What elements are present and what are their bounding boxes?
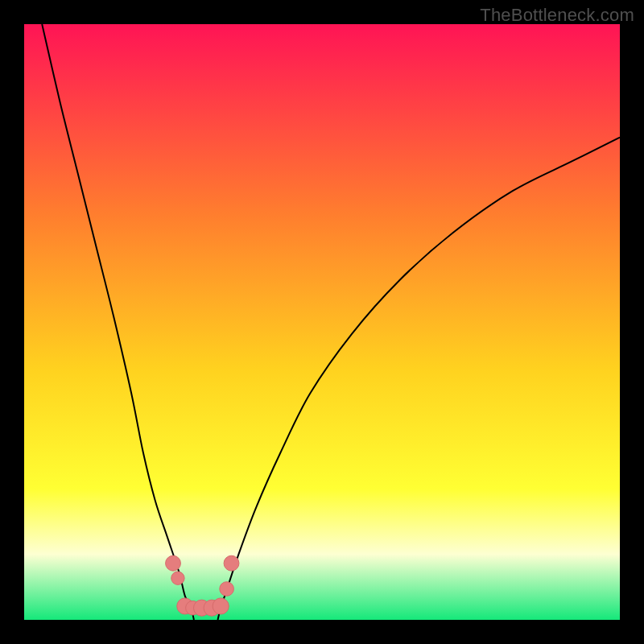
right-curve	[218, 138, 621, 620]
chart-overlay	[24, 24, 620, 620]
data-marker	[220, 582, 234, 597]
data-marker	[224, 555, 239, 571]
watermark-text: TheBottleneck.com	[480, 5, 634, 26]
plot-area	[24, 24, 620, 620]
data-markers	[166, 555, 239, 616]
data-marker	[213, 598, 229, 614]
data-marker	[171, 572, 184, 584]
data-marker	[166, 555, 181, 571]
left-curve	[42, 24, 194, 620]
